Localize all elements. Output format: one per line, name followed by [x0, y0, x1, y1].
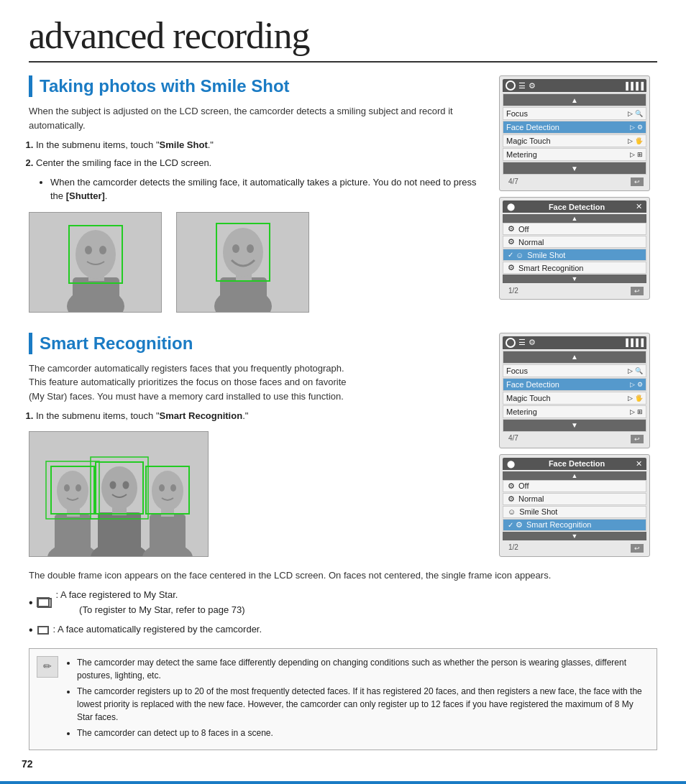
nav-metering1[interactable]: Metering ▷ ⊞ — [503, 148, 646, 161]
face-panel2-nav-up[interactable]: ▲ — [503, 471, 646, 480]
face2-label-smart: Smart Recognition — [526, 520, 592, 529]
face-panel2-header: ⬤ Face Detection ✕ — [503, 458, 646, 470]
nav2-magic-touch[interactable]: Magic Touch ▷ 🖐 — [503, 392, 646, 405]
svg-point-20 — [57, 471, 88, 511]
nav2-focus-label: Focus — [506, 366, 628, 375]
nav-metering1-right: ▷ ⊞ — [630, 151, 643, 158]
face-row2-smart[interactable]: ✓ ⚙ Smart Recognition — [503, 519, 646, 531]
face-row2-normal[interactable]: ⚙ Normal — [503, 493, 646, 505]
cam-nav1: ▲ Focus ▷ 🔍 Face Detection ▷ ⚙ Magic Tou… — [503, 93, 646, 175]
face-row1-off[interactable]: ⚙ Off — [503, 223, 646, 235]
note-item2: The camcorder registers up to 20 of the … — [77, 685, 649, 724]
nav2-metering-label: Metering — [506, 407, 630, 416]
icon-list-item-single: • : A face automatically registered by t… — [29, 621, 657, 640]
face-panel2-close[interactable]: ✕ — [636, 459, 642, 469]
face-row2-off[interactable]: ⚙ Off — [503, 480, 646, 492]
nav2-face-detection-label: Face Detection — [506, 380, 630, 389]
nav2-focus[interactable]: Focus ▷ 🔍 — [503, 364, 646, 377]
face-row1-smile[interactable]: ✓ ☺ Smile Shot — [503, 249, 646, 261]
face-back2[interactable]: ↩ — [631, 544, 644, 553]
smart-recognition-image — [29, 431, 209, 557]
nav-focus[interactable]: Focus ▷ 🔍 — [503, 107, 646, 120]
svg-point-4 — [76, 230, 116, 279]
section1-intro: When the subject is adjusted on the LCD … — [29, 104, 485, 132]
cam-panel2: ☰ ⚙ ▐▐▐▐ ▲ Focus ▷ 🔍 Face Detection ▷ ⚙ … — [499, 333, 650, 448]
face-page2: 1/2 — [506, 543, 521, 552]
face-label-smile: Smile Shot — [527, 251, 565, 259]
section1-bar — [29, 75, 32, 97]
face-panel1-nav-up[interactable]: ▲ — [503, 214, 646, 223]
step-smart: In the submenu items, touch "Smart Recog… — [36, 409, 485, 424]
smile-shot-image2: ← A big smile helps the camera detect th… — [176, 212, 309, 313]
face-panel2-nav-down[interactable]: ▼ — [503, 532, 646, 540]
face-panel1-header: ⬤ Face Detection ✕ — [503, 200, 646, 213]
icon-bullet-list: • : A face registered to My Star. (To re… — [29, 588, 657, 639]
cam-nav2-arrow-up[interactable]: ▲ — [503, 351, 646, 364]
group-svg — [29, 432, 209, 557]
cam-nav-arrow-down[interactable]: ▼ — [503, 162, 646, 175]
cam-nav-arrow-up[interactable]: ▲ — [503, 93, 646, 106]
nav-magic-touch1-label: Magic Touch — [506, 137, 628, 145]
bullet-dot: • — [29, 594, 33, 612]
svg-rect-30 — [150, 515, 186, 557]
nav-face-detection1-right: ▷ ⚙ — [630, 124, 643, 131]
cam-nav2-arrow-down[interactable]: ▼ — [503, 419, 646, 432]
section2-bar — [29, 333, 32, 354]
cam-page2: 4/7 — [506, 433, 521, 443]
nav2-face-detection[interactable]: Face Detection ▷ ⚙ — [503, 378, 646, 391]
face-label-normal: Normal — [518, 238, 544, 246]
cam-page1: 4/7 — [506, 177, 521, 186]
cam-icon-bat: ▐▐▐▐ — [623, 82, 644, 90]
section1: Taking photos with Smile Shot When the s… — [29, 75, 657, 321]
nav2-metering-right: ▷ ⊞ — [630, 408, 643, 415]
checkmark1: ✓ — [508, 251, 513, 259]
nav-face-detection1-label: Face Detection — [506, 123, 630, 132]
svg-point-21 — [64, 484, 70, 492]
note-box: ✏ The camcorder may detect the same face… — [29, 648, 657, 750]
face-label-smart1: Smart Recognition — [518, 264, 584, 272]
page-number: 72 — [22, 758, 33, 770]
svg-point-34 — [170, 484, 176, 492]
cam-back1[interactable]: ↩ — [631, 177, 644, 186]
svg-point-22 — [76, 484, 81, 492]
step1: In the submenu items, touch "Smile Shot.… — [36, 138, 485, 153]
cam2-icon-bat: ▐▐▐▐ — [623, 338, 644, 346]
face2-icon-smart: ⚙ — [516, 520, 523, 530]
face-row1-normal[interactable]: ⚙ Normal — [503, 236, 646, 248]
nav2-magic-touch-right: ▷ 🖐 — [628, 395, 643, 402]
section1-left: Taking photos with Smile Shot When the s… — [29, 75, 485, 321]
svg-point-33 — [159, 484, 165, 492]
face-panel1-close[interactable]: ✕ — [636, 202, 642, 211]
nav-face-detection1[interactable]: Face Detection ▷ ⚙ — [503, 121, 646, 134]
cam-back2[interactable]: ↩ — [631, 435, 644, 443]
note-list: The camcorder may detect the same face d… — [77, 656, 649, 739]
section2-left: Smart Recognition The camcorder automati… — [29, 333, 485, 557]
page-title: advanced recording — [29, 14, 657, 63]
section2-heading: Smart Recognition — [29, 333, 485, 354]
face-panel1-title: Face Detection — [549, 203, 605, 211]
section2-intro: The camcorder automatically registers fa… — [29, 361, 485, 404]
section1-sub: When the camcorder detects the smiling f… — [50, 175, 485, 203]
face2-label-off: Off — [518, 481, 529, 490]
nav2-metering[interactable]: Metering ▷ ⊞ — [503, 405, 646, 418]
smile-shot-image1 — [29, 212, 162, 313]
svg-rect-10 — [220, 277, 267, 313]
note-item3: The camcorder can detect up to 8 faces i… — [77, 727, 649, 739]
cam-panel1: ☰ ⚙ ▐▐▐▐ ▲ Focus ▷ 🔍 Face Detection ▷ ⚙ … — [499, 75, 650, 191]
face-panel1-nav-down[interactable]: ▼ — [503, 275, 646, 283]
face-back1[interactable]: ↩ — [631, 287, 644, 295]
images-row: ← A big smile helps the camera detect th… — [29, 212, 485, 313]
icon-list-item-double: • : A face registered to My Star. (To re… — [29, 588, 657, 618]
face2-icon-normal: ⚙ — [508, 494, 515, 504]
face-row1-smart[interactable]: ⚙ Smart Recognition — [503, 262, 646, 274]
double-frame-icon — [37, 598, 52, 608]
nav-magic-touch1[interactable]: Magic Touch ▷ 🖐 — [503, 134, 646, 147]
svg-point-13 — [232, 244, 239, 253]
face-row2-smile[interactable]: ☺ Smile Shot — [503, 506, 646, 518]
svg-point-26 — [101, 466, 137, 509]
svg-point-6 — [99, 246, 106, 254]
section1-bullet: When the camcorder detects the smiling f… — [50, 175, 485, 203]
section1-right: ☰ ⚙ ▐▐▐▐ ▲ Focus ▷ 🔍 Face Detection ▷ ⚙ … — [499, 75, 657, 321]
svg-point-27 — [110, 481, 116, 489]
nav-focus-right: ▷ 🔍 — [628, 110, 643, 117]
